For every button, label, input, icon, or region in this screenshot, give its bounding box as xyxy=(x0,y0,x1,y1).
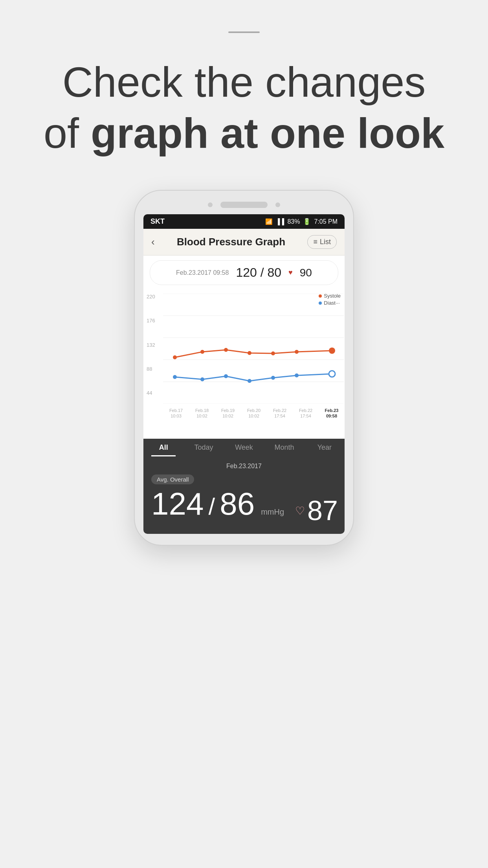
phone-dot-left xyxy=(208,202,213,207)
svg-point-7 xyxy=(200,350,204,354)
bottom-date: Feb.23.2017 xyxy=(151,463,337,470)
tab-month[interactable]: Month xyxy=(264,443,304,456)
time-label: 7:05 PM xyxy=(314,218,338,225)
bottom-data: Feb.23.2017 Avg. Overall 124 / 86 mmHg ♡… xyxy=(143,456,345,534)
app-header: ‹ Blood Pressure Graph ≡ List xyxy=(143,229,345,256)
tab-year[interactable]: Year xyxy=(305,443,345,456)
tab-week[interactable]: Week xyxy=(224,443,264,456)
heart-icon: ♥ xyxy=(288,268,293,277)
bp-unit: mmHg xyxy=(261,508,284,517)
x-label-0: Feb.1710:03 xyxy=(163,408,189,419)
systole-label: Systole xyxy=(324,293,341,299)
battery-icon: 🔋 xyxy=(303,218,311,225)
x-label-1: Feb.1810:02 xyxy=(189,408,215,419)
hero-section: Check the changes of graph at one look xyxy=(0,0,488,174)
data-bar: Feb.23.2017 09:58 120 / 80 ♥ 90 xyxy=(150,260,338,285)
y-label-88: 88 xyxy=(147,366,155,372)
status-bar: SKT 📶 ▐▐ 83% 🔋 7:05 PM xyxy=(143,214,345,229)
x-label-4: Feb.2217:54 xyxy=(267,408,293,419)
signal-icon: ▐▐ xyxy=(276,218,284,225)
svg-point-10 xyxy=(271,351,275,355)
heart-bottom: ♡ 87 xyxy=(295,497,338,524)
x-axis-labels: Feb.1710:03 Feb.1810:02 Feb.1910:02 Feb.… xyxy=(163,405,345,419)
phone-wrapper: SKT 📶 ▐▐ 83% 🔋 7:05 PM ‹ Blood Pressure … xyxy=(0,190,488,546)
svg-point-18 xyxy=(295,373,299,377)
list-label: List xyxy=(320,238,331,246)
bp-slash: / xyxy=(208,493,215,520)
carrier-label: SKT xyxy=(150,217,165,226)
tabs-bar: All Today Week Month Year xyxy=(143,439,345,456)
svg-point-14 xyxy=(200,377,204,381)
svg-point-16 xyxy=(248,379,251,383)
svg-point-8 xyxy=(224,348,228,352)
y-label-176: 176 xyxy=(147,318,155,324)
svg-point-9 xyxy=(248,351,251,355)
y-label-132: 132 xyxy=(147,342,155,348)
heart-value: 90 xyxy=(300,267,312,279)
phone-speaker xyxy=(220,202,268,208)
phone-mockup: SKT 📶 ▐▐ 83% 🔋 7:05 PM ‹ Blood Pressure … xyxy=(134,190,354,546)
status-right: 📶 ▐▐ 83% 🔋 7:05 PM xyxy=(265,218,338,225)
chart-svg xyxy=(163,294,345,405)
bp-left: 124 xyxy=(151,488,204,520)
systole-dot xyxy=(319,294,322,298)
avg-badge: Avg. Overall xyxy=(151,474,194,484)
svg-point-12 xyxy=(329,348,335,354)
x-label-5: Feb.2217:54 xyxy=(293,408,319,419)
chart-legend: Systole Diast··· xyxy=(319,293,341,307)
tab-today[interactable]: Today xyxy=(183,443,224,456)
svg-point-17 xyxy=(271,376,275,380)
svg-point-15 xyxy=(224,374,228,378)
svg-point-11 xyxy=(295,350,299,354)
back-button[interactable]: ‹ xyxy=(151,236,155,248)
wifi-icon: 📶 xyxy=(265,218,273,225)
bottom-values: 124 / 86 mmHg ♡ 87 xyxy=(151,488,337,525)
tab-all[interactable]: All xyxy=(143,443,183,456)
legend-systole: Systole xyxy=(319,293,341,299)
y-label-44: 44 xyxy=(147,390,155,396)
hero-divider xyxy=(228,31,260,33)
y-label-220: 220 xyxy=(147,294,155,300)
hero-title: Check the changes of graph at one look xyxy=(0,57,488,158)
data-bp: 120 / 80 xyxy=(236,265,281,280)
svg-point-19 xyxy=(329,371,335,377)
battery-label: 83% xyxy=(287,218,300,225)
heart-val-bottom: 87 xyxy=(307,497,338,524)
x-label-3: Feb.2010:02 xyxy=(241,408,267,419)
y-axis-labels: 220 176 132 88 44 xyxy=(147,294,155,396)
x-label-2: Feb.1910:02 xyxy=(215,408,241,419)
phone-dot-right xyxy=(275,202,280,207)
bp-right: 86 xyxy=(220,488,255,520)
list-icon: ≡ xyxy=(313,238,317,246)
phone-top xyxy=(143,202,345,208)
x-label-6: Feb.2309:58 xyxy=(319,408,345,419)
chart-container: Systole Diast··· 220 176 132 88 44 xyxy=(143,290,345,439)
diastole-dot xyxy=(319,302,322,305)
heart-outline-icon: ♡ xyxy=(295,504,305,517)
svg-point-6 xyxy=(173,355,177,359)
legend-diastole: Diast··· xyxy=(319,300,341,306)
phone-screen: SKT 📶 ▐▐ 83% 🔋 7:05 PM ‹ Blood Pressure … xyxy=(143,214,345,534)
svg-point-13 xyxy=(173,375,177,379)
list-button[interactable]: ≡ List xyxy=(307,235,337,249)
app-title: Blood Pressure Graph xyxy=(177,236,285,248)
diastole-label: Diast··· xyxy=(324,300,339,306)
data-date: Feb.23.2017 09:58 xyxy=(176,269,229,276)
